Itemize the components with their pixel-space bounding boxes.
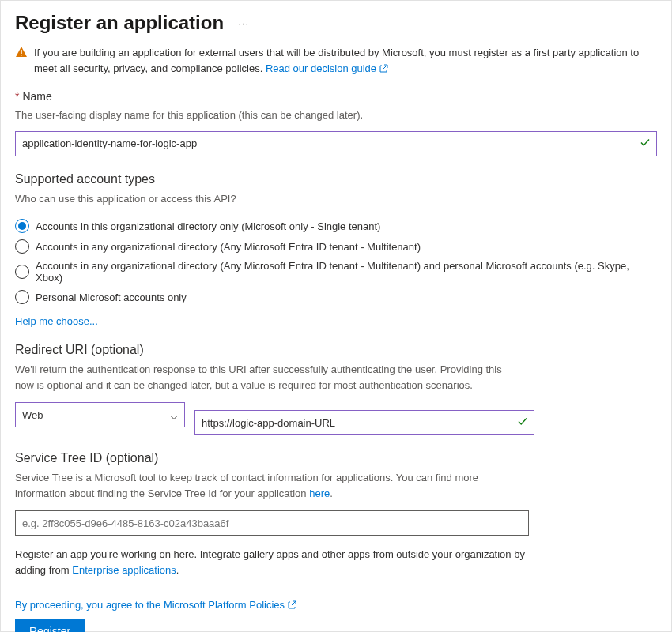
radio-personal-only[interactable]: Personal Microsoft accounts only bbox=[15, 287, 657, 307]
radio-multitenant[interactable]: Accounts in any organizational directory… bbox=[15, 236, 657, 257]
radio-multitenant-personal[interactable]: Accounts in any organizational directory… bbox=[15, 257, 657, 287]
radio-icon bbox=[15, 239, 29, 254]
external-link-icon bbox=[287, 600, 296, 610]
account-types-radio-group: Accounts in this organizational director… bbox=[15, 216, 657, 307]
external-link-icon bbox=[379, 64, 388, 73]
decision-guide-link[interactable]: Read our decision guide bbox=[266, 62, 388, 74]
enterprise-applications-link[interactable]: Enterprise applications bbox=[72, 564, 176, 576]
name-helper: The user-facing display name for this ap… bbox=[15, 107, 657, 123]
radio-icon bbox=[15, 290, 29, 304]
redirect-uri-helper: We'll return the authentication response… bbox=[15, 362, 521, 393]
register-note: Register an app you're working on here. … bbox=[15, 547, 537, 577]
redirect-uri-heading: Redirect URI (optional) bbox=[15, 343, 657, 357]
platform-policies-link[interactable]: By proceeding, you agree to the Microsof… bbox=[15, 599, 296, 611]
name-input[interactable] bbox=[15, 131, 657, 156]
help-me-choose-link[interactable]: Help me choose... bbox=[15, 315, 98, 327]
platform-select[interactable]: Web bbox=[15, 402, 185, 427]
svg-rect-1 bbox=[21, 55, 21, 56]
service-tree-here-link[interactable]: here bbox=[309, 487, 330, 499]
account-types-question: Who can use this application or access t… bbox=[15, 191, 657, 207]
service-tree-heading: Service Tree ID (optional) bbox=[15, 451, 657, 465]
register-button[interactable]: Register bbox=[15, 619, 85, 632]
service-tree-helper: Service Tree is a Microsoft tool to keep… bbox=[15, 470, 521, 501]
redirect-uri-input[interactable] bbox=[194, 410, 534, 435]
name-label: *Name bbox=[15, 90, 657, 103]
warning-icon bbox=[15, 46, 28, 63]
radio-icon bbox=[15, 219, 29, 233]
radio-icon bbox=[15, 265, 29, 279]
warning-banner: If you are building an application for e… bbox=[15, 45, 657, 76]
more-icon[interactable]: ··· bbox=[238, 17, 249, 29]
account-types-heading: Supported account types bbox=[15, 172, 657, 186]
svg-rect-0 bbox=[21, 50, 21, 54]
page-title: Register an application bbox=[15, 12, 224, 34]
service-tree-input[interactable] bbox=[15, 510, 529, 536]
radio-single-tenant[interactable]: Accounts in this organizational director… bbox=[15, 216, 657, 236]
